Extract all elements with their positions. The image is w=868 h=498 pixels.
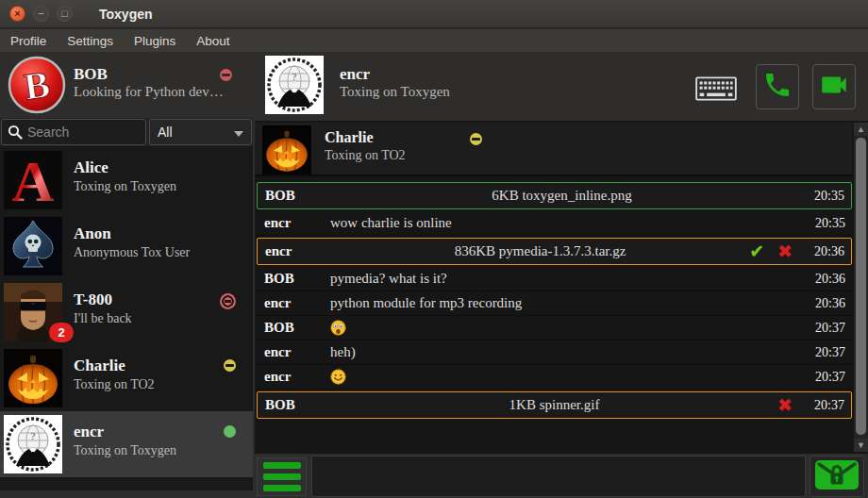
message-time: 20:37 (808, 398, 851, 413)
file-transfer-label: 6KB toxygen_inline.png (331, 188, 793, 204)
contact-list-item-charlie[interactable]: Charlie Toxing on TO2 (0, 345, 253, 411)
message-sender: BOB (257, 320, 330, 336)
self-status-message: Looking for Python dev… (74, 84, 224, 100)
message-sender: encr (257, 369, 330, 385)
contact-list-item-encr[interactable]: ? encr Toxing on Toxygen (0, 411, 253, 477)
decline-file-button[interactable]: ✖ (777, 242, 793, 260)
minimize-button[interactable]: − (33, 6, 49, 22)
video-call-button[interactable] (812, 64, 856, 109)
menu-item-profile[interactable]: Profile (0, 31, 57, 51)
file-transfer-label: 836KB pymedia-1.3.7.3.tar.gz (331, 243, 749, 259)
message-menu-button[interactable] (257, 457, 307, 496)
search-box[interactable] (1, 119, 146, 145)
svg-text:A: A (12, 151, 55, 209)
menu-item-about[interactable]: About (186, 31, 240, 51)
contact-filter-value: All (158, 124, 173, 140)
message-time: 20:37 (809, 370, 852, 385)
keyboard-icon[interactable] (695, 76, 737, 105)
pumpkin-avatar (262, 125, 311, 174)
contact-list-item-anon[interactable]: Anon Anonymous Tox User (0, 213, 253, 279)
file-transfer-label: 1KB spinner.gif (331, 397, 777, 413)
audio-call-button[interactable] (756, 64, 799, 109)
svg-text:?: ? (292, 71, 297, 82)
away-status-icon (224, 359, 236, 372)
menu-item-plugins[interactable]: Plugins (124, 31, 186, 51)
message-time: 20:36 (808, 244, 851, 259)
message-time: 20:35 (809, 216, 852, 231)
contact-list-item-alice[interactable]: A Alice Toxing on Toxygen (0, 147, 253, 213)
file-transfer-row: BOB 1KB spinner.gif ✖ 20:37 (257, 391, 852, 419)
notification-name: Charlie (325, 129, 406, 146)
bob-avatar: B (8, 56, 66, 114)
notification-status-message: Toxing on TO2 (325, 148, 406, 163)
shocked-face-emoji (330, 320, 346, 336)
chevron-down-icon (234, 131, 243, 137)
accept-file-button[interactable]: ✔ (749, 242, 764, 260)
decline-file-button[interactable]: ✖ (777, 396, 793, 414)
file-transfer-row: BOB 6KB toxygen_inline.png 20:35 (257, 182, 852, 209)
contact-filter-dropdown[interactable]: All (149, 119, 252, 145)
encrypted-send-icon (814, 457, 860, 495)
composer-bar (255, 454, 868, 498)
message-time: 20:35 (808, 189, 851, 204)
contact-name: encr (74, 423, 176, 441)
titlebar[interactable]: × − □ Toxygen (0, 0, 868, 28)
contact-name: Anon (74, 224, 190, 243)
message-time: 20:37 (809, 321, 852, 336)
contact-status-message: I'll be back (74, 311, 132, 326)
message-sender: BOB (258, 188, 331, 204)
message-text: pymedia? what is it? (330, 271, 447, 287)
message-sender: encr (257, 295, 330, 311)
message-row: BOB 20:37 (257, 316, 852, 340)
svg-text:?: ? (31, 430, 36, 441)
scrollbar-thumb[interactable] (856, 138, 866, 435)
message-sender: encr (258, 243, 331, 259)
message-row: encr 20:37 (257, 365, 852, 390)
scrollbar-down-arrow[interactable]: ▼ (854, 439, 868, 452)
chat-scrollbar[interactable]: ▲ ▼ (854, 123, 868, 452)
anonymous-mask-avatar: ? (4, 415, 62, 473)
window-title: Toxygen (99, 7, 153, 22)
message-input[interactable] (311, 456, 806, 497)
scrollbar-up-arrow[interactable]: ▲ (854, 123, 868, 136)
menu-item-settings[interactable]: Settings (57, 31, 124, 51)
friend-online-notification[interactable]: Charlie Toxing on TO2 (255, 123, 852, 176)
close-button[interactable]: × (9, 6, 25, 22)
header: B BOB Looking for Python dev… ? encr Tox… (0, 52, 868, 118)
message-time: 20:37 (809, 345, 852, 360)
anonymous-mask-avatar: ? (265, 56, 324, 114)
peer-status-message: Toxing on Toxygen (340, 84, 450, 100)
contact-name: T-800 (74, 290, 132, 309)
message-text: python module for mp3 recording (330, 295, 522, 311)
search-input[interactable] (27, 124, 139, 140)
contact-status-message: Toxing on Toxygen (74, 443, 176, 458)
search-row: All (0, 118, 253, 146)
busy-ring-status-icon (220, 293, 236, 309)
unread-count-badge: 2 (49, 323, 74, 342)
busy-status-icon (220, 69, 232, 81)
smiling-face-emoji (330, 369, 346, 385)
self-name: BOB (74, 65, 224, 84)
toxygen-window: × − □ Toxygen Profile Settings Plugins A… (0, 0, 868, 498)
send-button[interactable] (810, 456, 864, 497)
conversation-peer: ? encr Toxing on Toxygen (265, 56, 671, 114)
contact-panel: All A Alice Toxing on Toxygen Anon Anony… (0, 118, 253, 490)
phone-icon (762, 70, 793, 104)
hamburger-menu-icon (263, 462, 301, 491)
message-sender: BOB (257, 271, 330, 287)
spade-skull-avatar (4, 217, 62, 275)
message-row: BOB pymedia? what is it? 20:36 (257, 267, 852, 291)
pumpkin-avatar (4, 349, 62, 407)
letter-a-avatar: A (4, 151, 62, 209)
menubar: Profile Settings Plugins About (0, 29, 868, 52)
message-row: encr python module for mp3 recording 20:… (257, 291, 852, 316)
contact-list-item-t-800[interactable]: T-800 I'll be back 2 (0, 279, 253, 345)
maximize-button[interactable]: □ (57, 6, 73, 22)
message-sender: encr (257, 215, 330, 231)
video-camera-icon (818, 69, 850, 105)
self-profile[interactable]: B BOB Looking for Python dev… (8, 56, 245, 114)
contact-name: Alice (74, 158, 176, 177)
online-status-icon (224, 425, 236, 438)
message-sender: encr (257, 344, 330, 360)
message-text: heh) (330, 344, 356, 360)
